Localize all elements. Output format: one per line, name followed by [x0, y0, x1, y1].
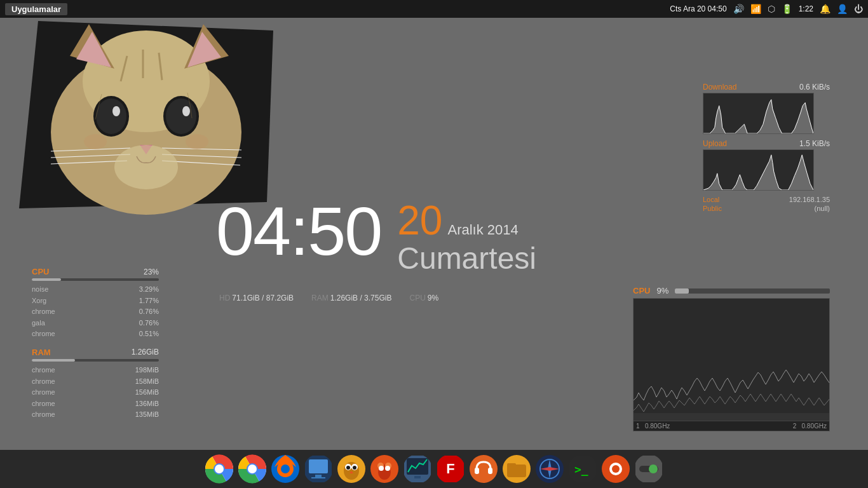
- power-icon[interactable]: ⏻: [854, 4, 863, 14]
- battery-icon: 🔋: [782, 4, 792, 14]
- hd-stat: HD71.1GiB / 87.2GiB: [219, 294, 294, 302]
- svg-point-14: [112, 106, 120, 116]
- download-graph: [703, 93, 814, 134]
- taskbar-app-orange[interactable]: [370, 454, 399, 484]
- taskbar-monitor[interactable]: [403, 454, 432, 484]
- core2-freq: 0.80GHz: [802, 423, 827, 430]
- taskbar-virtualbox[interactable]: [304, 454, 333, 484]
- cpu-label-inline: CPU: [409, 294, 425, 302]
- svg-rect-57: [414, 476, 421, 478]
- ram-process-row: chrome156MiB: [32, 387, 159, 398]
- cpu-graph-percent: 9%: [656, 286, 668, 295]
- public-value: (null): [815, 205, 830, 212]
- taskbar-ubuntu-software[interactable]: [601, 454, 630, 484]
- taskbar-files[interactable]: [502, 454, 531, 484]
- ram-process-row: chrome136MiB: [32, 398, 159, 410]
- cpu-section-percent: 23%: [144, 268, 159, 276]
- ram-header: RAM 1.26GiB: [32, 348, 159, 357]
- ram-stat: RAM1.26GiB / 3.75GiB: [311, 294, 391, 302]
- ram-value: 1.26GiB / 3.75GiB: [330, 294, 392, 302]
- svg-point-12: [96, 98, 126, 134]
- cpu-section: CPU 23% noise3.29% Xorg1.77% chrome0.76%…: [32, 267, 159, 340]
- process-row: chrome0.76%: [32, 306, 159, 318]
- process-row: chrome0.51%: [32, 329, 159, 340]
- cpu-graph-container: 1 0.80GHz 2 0.80GHz: [633, 298, 830, 431]
- local-label: Local: [703, 196, 719, 203]
- taskbar: F >_: [0, 450, 868, 488]
- cpu-freq-bar: 1 0.80GHz 2 0.80GHz: [634, 421, 829, 431]
- svg-rect-62: [488, 468, 492, 474]
- clock-weekday: Cumartesi: [397, 242, 536, 276]
- core1-freq: 0.80GHz: [645, 423, 670, 430]
- taskbar-firefox[interactable]: [271, 454, 300, 484]
- topbar-left: Uygulamalar: [5, 3, 67, 15]
- ram-bar-fill: [32, 359, 75, 362]
- upload-section: Upload 1.5 KiB/s: [703, 139, 830, 191]
- clock-time: 04:50: [216, 197, 381, 266]
- topbar-right: Cts Ara 20 04:50 🔊 📶 ⬡ 🔋 1:22 🔔 👤 ⏻: [670, 4, 863, 14]
- cpu-graph-label: CPU: [633, 286, 650, 295]
- ram-process-row: chrome158MiB: [32, 376, 159, 388]
- ram-processes: chrome198MiB chrome158MiB chrome156MiB c…: [32, 365, 159, 421]
- public-label: Public: [703, 205, 722, 212]
- topbar: Uygulamalar Cts Ara 20 04:50 🔊 📶 ⬡ 🔋 1:2…: [0, 0, 868, 18]
- sysmon-left: CPU 23% noise3.29% Xorg1.77% chrome0.76%…: [32, 267, 159, 427]
- ip-section: Local 192.168.1.35 Public (null): [703, 196, 830, 212]
- core1-num: 1: [636, 423, 640, 430]
- cpu-processes: noise3.29% Xorg1.77% chrome0.76% gala0.7…: [32, 284, 159, 340]
- clock-widget: 04:50 20 Aralık 2014 Cumartesi: [216, 197, 536, 276]
- public-ip-row: Public (null): [703, 205, 830, 212]
- bluetooth-icon[interactable]: ⬡: [768, 4, 775, 14]
- app-menu-button[interactable]: Uygulamalar: [5, 3, 67, 15]
- ram-section: RAM 1.26GiB chrome198MiB chrome158MiB ch…: [32, 348, 159, 421]
- svg-point-15: [182, 106, 190, 116]
- clock-stats: HD71.1GiB / 87.2GiB RAM1.26GiB / 3.75GiB…: [219, 294, 438, 302]
- ram-bar-bg: [32, 359, 159, 362]
- svg-point-46: [346, 466, 350, 470]
- cpu-graph-monitor: CPU 9% 1 0.80GHz 2 0.80GHz: [633, 286, 830, 431]
- taskbar-settings[interactable]: [634, 454, 663, 484]
- process-row: noise3.29%: [32, 284, 159, 295]
- process-row: Xorg1.77%: [32, 295, 159, 307]
- taskbar-terminal[interactable]: >_: [568, 454, 597, 484]
- svg-point-74: [612, 465, 620, 473]
- cpu-section-label: CPU: [32, 267, 49, 276]
- taskbar-app-compass[interactable]: [535, 454, 564, 484]
- svg-point-31: [215, 464, 224, 473]
- cpu-bar-bg: [32, 278, 159, 281]
- svg-point-34: [248, 464, 257, 473]
- taskbar-chrome1[interactable]: [205, 454, 234, 484]
- wifi-icon[interactable]: 📶: [750, 4, 761, 14]
- taskbar-app-yellow[interactable]: [337, 454, 366, 484]
- clock-month-year: Aralık 2014: [447, 222, 518, 238]
- svg-point-54: [385, 466, 390, 471]
- svg-rect-65: [507, 463, 516, 467]
- cpu-graph-header: CPU 9%: [633, 286, 830, 295]
- ram-process-row: chrome198MiB: [32, 365, 159, 376]
- ram-section-label: RAM: [32, 348, 51, 357]
- upload-label: Upload: [703, 139, 727, 148]
- core2-num: 2: [793, 423, 797, 430]
- ram-process-row: chrome135MiB: [32, 409, 159, 421]
- svg-rect-41: [311, 477, 325, 478]
- volume-icon[interactable]: 🔊: [733, 4, 744, 14]
- taskbar-chrome2[interactable]: [238, 454, 267, 484]
- cpu-graph-bar-fill: [675, 288, 689, 294]
- user-icon[interactable]: 👤: [837, 4, 848, 14]
- core1-label: 1 0.80GHz: [636, 423, 670, 430]
- notification-icon[interactable]: 🔔: [820, 4, 831, 14]
- taskbar-headphones[interactable]: [469, 454, 498, 484]
- download-header: Download 0.6 KiB/s: [703, 83, 830, 92]
- process-row: gala0.76%: [32, 318, 159, 329]
- taskbar-filezilla[interactable]: F: [436, 454, 465, 484]
- svg-point-23: [114, 145, 178, 189]
- download-value: 0.6 KiB/s: [799, 83, 830, 92]
- cpu-stat-inline: CPU9%: [409, 294, 438, 302]
- upload-graph: [703, 149, 814, 191]
- svg-rect-40: [315, 475, 322, 477]
- ram-section-value: 1.26GiB: [132, 348, 159, 356]
- download-label: Download: [703, 83, 736, 92]
- upload-header: Upload 1.5 KiB/s: [703, 139, 830, 148]
- local-value: 192.168.1.35: [789, 196, 830, 203]
- upload-value: 1.5 KiB/s: [799, 139, 830, 148]
